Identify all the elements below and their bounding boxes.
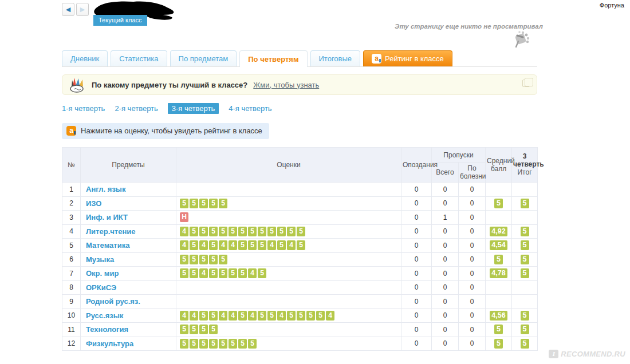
quarter-link-4[interactable]: 4-я четверть (229, 103, 271, 114)
grade-mark[interactable]: 4 (199, 240, 208, 250)
grade-mark[interactable]: 5 (267, 311, 276, 321)
average-grade[interactable]: 4,92 (490, 227, 507, 236)
grade-mark[interactable]: 5 (238, 268, 247, 278)
grade-mark[interactable]: 5 (297, 240, 305, 250)
average-grade[interactable]: 4,56 (490, 311, 507, 321)
grade-mark[interactable]: 5 (199, 227, 208, 236)
final-grade[interactable]: 5 (521, 311, 529, 321)
tab-3[interactable]: По предметам (170, 50, 237, 66)
final-grade[interactable]: 5 (521, 255, 529, 264)
grade-mark[interactable]: 4 (287, 240, 296, 250)
final-grade[interactable]: 5 (521, 268, 529, 278)
grade-mark[interactable]: 5 (190, 240, 198, 250)
grade-mark[interactable]: 5 (209, 339, 218, 349)
grade-mark[interactable]: 5 (209, 268, 218, 278)
grade-mark[interactable]: 5 (190, 255, 198, 264)
grade-mark[interactable]: 5 (306, 311, 315, 321)
grade-mark[interactable]: 5 (258, 227, 266, 236)
subject-link[interactable]: Технология (86, 325, 128, 334)
grade-mark[interactable]: 5 (209, 240, 218, 250)
grade-mark[interactable]: 4 (267, 240, 276, 250)
subject-link[interactable]: Математика (86, 241, 129, 250)
grade-mark[interactable]: 5 (199, 339, 208, 349)
subject-link[interactable]: Инф. и ИКТ (86, 213, 128, 221)
grade-mark[interactable]: 5 (229, 268, 237, 278)
average-grade[interactable]: 5 (494, 339, 503, 349)
grade-mark[interactable]: 5 (219, 268, 227, 278)
subject-link[interactable]: Литер.чтение (86, 227, 135, 236)
grade-mark[interactable]: 5 (238, 240, 247, 250)
subject-link[interactable]: Родной рус.яз. (86, 297, 140, 306)
subject-link[interactable]: Русс.язык (86, 311, 123, 320)
grade-mark[interactable]: 4 (277, 311, 286, 321)
grade-mark[interactable]: 5 (190, 339, 198, 349)
grade-mark[interactable]: 4 (180, 227, 188, 236)
grade-mark[interactable]: 5 (248, 227, 257, 236)
grade-mark[interactable]: 5 (190, 325, 198, 334)
grade-mark[interactable]: 5 (287, 227, 296, 236)
banner-link[interactable]: Жми, чтобы узнать (253, 81, 319, 89)
grade-mark[interactable]: 5 (229, 339, 237, 349)
subject-link[interactable]: Музыка (86, 255, 114, 264)
final-grade[interactable]: 5 (521, 325, 529, 334)
quarter-link-2[interactable]: 2-я четверть (115, 103, 158, 114)
grade-mark[interactable]: 4 (248, 311, 257, 321)
grade-mark[interactable]: 4 (199, 268, 208, 278)
grade-mark[interactable]: 5 (209, 311, 218, 321)
grade-mark[interactable]: 5 (277, 227, 286, 236)
final-grade[interactable]: 5 (521, 199, 529, 208)
prev-student-button[interactable]: ◀ (62, 3, 74, 16)
grade-mark[interactable]: 5 (277, 240, 286, 250)
grade-mark[interactable]: 5 (238, 339, 247, 349)
grade-mark[interactable]: 5 (180, 339, 188, 349)
grade-mark[interactable]: 5 (190, 227, 198, 236)
grade-mark[interactable]: 5 (199, 199, 208, 208)
tab-6[interactable]: aРейтинг в классе (363, 50, 452, 66)
grade-mark[interactable]: 4 (190, 311, 198, 321)
average-grade[interactable]: 4,54 (490, 240, 507, 250)
grade-mark[interactable]: 5 (209, 227, 218, 236)
quarter-link-1[interactable]: 1-я четверть (62, 103, 105, 114)
average-grade[interactable]: 4,78 (490, 268, 507, 278)
grade-mark[interactable]: 5 (180, 199, 188, 208)
grade-mark[interactable]: 5 (238, 227, 247, 236)
grade-mark[interactable]: 4 (180, 240, 188, 250)
grade-mark[interactable]: 5 (297, 227, 305, 236)
tab-4[interactable]: По четвертям (239, 50, 307, 67)
average-grade[interactable]: 5 (494, 255, 503, 264)
grade-mark[interactable]: 5 (199, 255, 208, 264)
subject-link[interactable]: Физкультура (86, 339, 133, 348)
grade-mark[interactable]: 5 (190, 199, 198, 208)
share-icon[interactable] (522, 80, 530, 87)
grade-mark[interactable]: 4 (219, 311, 227, 321)
tab-2[interactable]: Статистика (111, 50, 167, 66)
subject-link[interactable]: ИЗО (86, 199, 101, 208)
grade-mark[interactable]: 5 (209, 255, 218, 264)
grade-mark[interactable]: 5 (199, 311, 208, 321)
grade-mark[interactable]: 5 (287, 311, 296, 321)
grade-mark[interactable]: 5 (316, 311, 325, 321)
grade-mark[interactable]: 5 (209, 325, 218, 334)
grade-mark[interactable]: 5 (248, 240, 257, 250)
grade-mark[interactable]: 5 (180, 325, 188, 334)
average-grade[interactable]: 5 (494, 199, 503, 208)
quarter-link-3[interactable]: 3-я четверть (168, 103, 219, 114)
grade-mark[interactable]: 5 (219, 199, 227, 208)
grade-mark[interactable]: 5 (238, 311, 247, 321)
subject-link[interactable]: ОРКиСЭ (86, 283, 116, 292)
grade-mark[interactable]: 5 (209, 199, 218, 208)
tab-5[interactable]: Итоговые (310, 50, 361, 66)
average-grade[interactable]: 5 (494, 325, 503, 334)
subject-link[interactable]: Англ. язык (86, 185, 125, 193)
grade-mark[interactable]: 4 (248, 268, 257, 278)
grade-mark[interactable]: 5 (219, 227, 227, 236)
grade-mark[interactable]: 5 (267, 227, 276, 236)
subject-link[interactable]: Окр. мир (86, 269, 119, 278)
grade-mark[interactable]: 4 (326, 311, 334, 321)
grade-mark[interactable]: 5 (258, 268, 266, 278)
absence-mark[interactable]: Н (180, 212, 188, 222)
final-grade[interactable]: 5 (521, 227, 529, 236)
grade-mark[interactable]: 4 (229, 240, 237, 250)
grade-mark[interactable]: 5 (297, 311, 305, 321)
grade-mark[interactable]: 5 (190, 268, 198, 278)
